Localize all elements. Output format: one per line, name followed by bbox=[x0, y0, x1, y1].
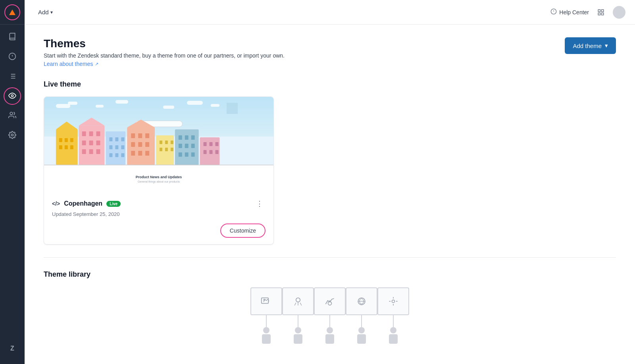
preview-section-title: Product News and Updates bbox=[136, 175, 182, 179]
svg-point-91 bbox=[392, 300, 395, 303]
main-area: Add ▾ Help Center Themes Start with the … bbox=[25, 0, 635, 364]
svg-rect-71 bbox=[179, 144, 182, 148]
sidebar-item-support[interactable] bbox=[3, 48, 21, 66]
page-title-section: Themes Start with the Zendesk standard t… bbox=[44, 37, 285, 67]
cloud-5 bbox=[163, 106, 174, 109]
svg-point-86 bbox=[264, 299, 265, 301]
svg-rect-62 bbox=[165, 141, 168, 144]
svg-rect-52 bbox=[145, 133, 149, 138]
topbar-right: Help Center bbox=[550, 6, 625, 19]
svg-rect-50 bbox=[131, 133, 135, 138]
svg-rect-80 bbox=[216, 142, 219, 146]
svg-rect-37 bbox=[96, 149, 100, 154]
svg-rect-30 bbox=[89, 131, 93, 136]
svg-rect-25 bbox=[70, 145, 73, 149]
svg-point-9 bbox=[12, 94, 13, 96]
add-theme-label: Add theme bbox=[573, 42, 602, 49]
svg-rect-42 bbox=[121, 137, 124, 141]
topbar: Add ▾ Help Center bbox=[25, 0, 635, 25]
theme-preview: Community Submit a request Sign in bbox=[44, 97, 273, 192]
theme-card-footer: </> Copenhagen Live ⋮ Updated September … bbox=[44, 192, 273, 244]
svg-rect-65 bbox=[165, 148, 168, 151]
learn-link[interactable]: Learn about themes ↗ bbox=[44, 61, 98, 67]
svg-marker-59 bbox=[127, 119, 155, 127]
svg-rect-32 bbox=[82, 141, 86, 145]
chevron-down-icon: ▾ bbox=[50, 10, 53, 15]
svg-rect-69 bbox=[185, 135, 189, 140]
sign-pole-1 bbox=[266, 315, 267, 327]
svg-point-10 bbox=[10, 112, 13, 115]
svg-rect-33 bbox=[89, 141, 93, 145]
live-badge: Live bbox=[106, 201, 121, 207]
svg-rect-57 bbox=[138, 151, 142, 156]
sidebar-nav bbox=[0, 25, 25, 339]
svg-rect-56 bbox=[131, 151, 135, 156]
sign-person-5 bbox=[389, 327, 398, 344]
logo-circle bbox=[4, 4, 20, 20]
sidebar-item-theming[interactable] bbox=[4, 87, 21, 105]
grid-icon[interactable] bbox=[595, 7, 606, 18]
svg-rect-55 bbox=[145, 142, 149, 147]
svg-rect-66 bbox=[171, 148, 173, 151]
svg-rect-82 bbox=[210, 150, 213, 154]
svg-rect-18 bbox=[598, 13, 600, 15]
cloud-6 bbox=[187, 101, 203, 105]
page-subtitle: Start with the Zendesk standard theme, b… bbox=[44, 52, 285, 59]
library-sign-5 bbox=[377, 287, 409, 315]
customize-button[interactable]: Customize bbox=[220, 223, 266, 238]
sidebar-logo[interactable] bbox=[0, 0, 25, 25]
avatar[interactable] bbox=[613, 6, 625, 19]
svg-rect-53 bbox=[131, 142, 135, 147]
sidebar-item-settings[interactable] bbox=[3, 126, 21, 144]
cloud-7 bbox=[211, 104, 219, 107]
cloud-1 bbox=[56, 104, 70, 108]
cloud-2 bbox=[68, 102, 77, 105]
help-center-label: Help Center bbox=[559, 9, 589, 15]
add-button[interactable]: Add ▾ bbox=[34, 6, 57, 18]
sign-pole-5 bbox=[393, 315, 394, 327]
svg-rect-48 bbox=[121, 153, 124, 157]
sidebar-item-guide[interactable] bbox=[3, 28, 21, 46]
add-theme-chevron-icon: ▾ bbox=[605, 42, 608, 49]
help-center-button[interactable]: Help Center bbox=[550, 8, 589, 16]
logo-triangle-icon bbox=[9, 10, 15, 15]
library-person-4 bbox=[346, 287, 377, 344]
sidebar-item-people[interactable] bbox=[3, 106, 21, 125]
theme-name: Copenhagen bbox=[64, 200, 102, 207]
sidebar-bottom: Z bbox=[3, 339, 21, 364]
customize-label: Customize bbox=[230, 227, 256, 234]
add-theme-button[interactable]: Add theme ▾ bbox=[565, 37, 616, 54]
theme-library-section-title: Theme library bbox=[44, 270, 616, 279]
sidebar-item-zendesk[interactable]: Z bbox=[3, 339, 21, 358]
library-person-5 bbox=[377, 287, 409, 344]
svg-rect-76 bbox=[191, 152, 195, 157]
sign-person-3 bbox=[325, 327, 334, 344]
help-center-icon bbox=[550, 8, 557, 16]
sidebar-item-articles[interactable] bbox=[3, 67, 21, 86]
svg-rect-83 bbox=[216, 150, 219, 154]
zendesk-icon: Z bbox=[10, 345, 14, 352]
svg-rect-44 bbox=[115, 145, 118, 149]
guide-icon bbox=[8, 33, 16, 42]
svg-rect-24 bbox=[65, 145, 68, 149]
theme-actions: Customize bbox=[52, 223, 266, 238]
svg-rect-22 bbox=[70, 138, 73, 142]
svg-rect-23 bbox=[59, 145, 62, 149]
svg-rect-41 bbox=[115, 137, 118, 141]
svg-rect-79 bbox=[210, 142, 213, 146]
svg-rect-16 bbox=[602, 10, 604, 12]
preview-bottom-section: Product News and Updates General things … bbox=[44, 165, 273, 192]
sign-person-4 bbox=[357, 327, 366, 344]
library-person-3 bbox=[314, 287, 346, 344]
sidebar: Z bbox=[0, 0, 25, 364]
svg-rect-58 bbox=[145, 151, 149, 156]
cloud-3 bbox=[96, 105, 104, 108]
sign-pole-3 bbox=[329, 315, 330, 327]
library-person-1 bbox=[250, 287, 282, 344]
eye-icon bbox=[8, 92, 16, 101]
svg-rect-81 bbox=[204, 150, 207, 154]
preview-buildings-svg bbox=[44, 117, 273, 165]
theme-card: Community Submit a request Sign in bbox=[44, 96, 274, 245]
theme-more-button[interactable]: ⋮ bbox=[254, 198, 266, 209]
svg-point-11 bbox=[12, 134, 13, 136]
